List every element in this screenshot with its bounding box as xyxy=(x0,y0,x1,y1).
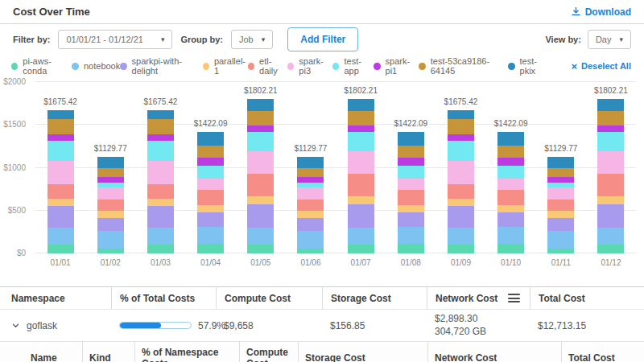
bar-segment-test-app[interactable] xyxy=(597,132,624,150)
bar-segment-spark-pi1[interactable] xyxy=(448,134,474,141)
bar-segment-test-app[interactable] xyxy=(448,141,474,161)
bar-segment-spark-pi1[interactable] xyxy=(398,158,424,166)
bar-segment-sparkpi-with-delight[interactable] xyxy=(97,218,124,232)
bar-segment-parallel-1[interactable] xyxy=(597,196,624,204)
bar-segment-test-pkix[interactable] xyxy=(297,157,324,168)
bar-segment-test-53ca9186-64145[interactable] xyxy=(547,168,574,177)
legend-item-test-53ca9186-64145[interactable]: test-53ca9186-64145 xyxy=(419,56,508,76)
col-compute-cost[interactable]: Compute Cost xyxy=(216,287,322,309)
bar-segment-sparkpi-with-delight[interactable] xyxy=(497,212,524,227)
bar-segment-test-53ca9186-64145[interactable] xyxy=(448,119,474,134)
bar-segment-parallel-1[interactable] xyxy=(448,199,474,206)
bar-segment-spark-pi1[interactable] xyxy=(247,125,274,132)
bar-segment-test-pkix[interactable] xyxy=(348,99,374,112)
bar-segment-test-53ca9186-64145[interactable] xyxy=(47,119,74,134)
bar-segment-test-app[interactable] xyxy=(197,166,224,179)
bar-segment-parallel-1[interactable] xyxy=(147,199,174,206)
bar-segment-parallel-1[interactable] xyxy=(497,205,524,212)
bar-segment-pi-aws-conda[interactable] xyxy=(448,245,474,253)
bar-segment-test-pkix[interactable] xyxy=(398,132,424,146)
subcol-storage-cost[interactable]: Storage Cost xyxy=(298,342,427,362)
bar-segment-test-app[interactable] xyxy=(497,166,524,179)
bar-segment-test-pkix[interactable] xyxy=(197,132,224,146)
bar-segment-sparkpi-with-delight[interactable] xyxy=(348,204,374,228)
group-by-dropdown[interactable]: Job ▾ xyxy=(231,30,273,49)
bar-segment-notebook[interactable] xyxy=(448,228,474,245)
bar-segment-notebook[interactable] xyxy=(197,227,224,244)
bar-segment-sparkpi-with-delight[interactable] xyxy=(398,212,424,227)
add-filter-button[interactable]: Add Filter xyxy=(287,27,358,51)
subcol-network-cost[interactable]: Network Cost xyxy=(427,342,561,362)
bar-segment-test-pkix[interactable] xyxy=(597,99,624,112)
subcol-total-cost[interactable]: Total Cost xyxy=(561,342,644,362)
bar-segment-sparkpi-with-delight[interactable] xyxy=(197,212,224,227)
bar-segment-parallel-1[interactable] xyxy=(47,199,74,206)
bar-segment-etl-daily[interactable] xyxy=(547,200,574,210)
bar-segment-spark-pi1[interactable] xyxy=(597,125,624,132)
bar-segment-parallel-1[interactable] xyxy=(398,205,424,212)
bar-segment-pi-aws-conda[interactable] xyxy=(247,245,274,253)
bar-segment-notebook[interactable] xyxy=(47,228,74,245)
bar-segment-test-53ca9186-64145[interactable] xyxy=(197,146,224,158)
bar-segment-etl-daily[interactable] xyxy=(597,174,624,196)
legend-item-test-pkix[interactable]: test-pkix xyxy=(508,56,550,76)
bar-segment-spark-pi3[interactable] xyxy=(247,151,274,175)
bar-segment-spark-pi1[interactable] xyxy=(497,158,524,166)
bar-segment-etl-daily[interactable] xyxy=(147,184,174,200)
bar-segment-sparkpi-with-delight[interactable] xyxy=(597,204,624,228)
bar-segment-test-pkix[interactable] xyxy=(448,110,474,119)
bar-segment-pi-aws-conda[interactable] xyxy=(348,245,374,253)
bar-segment-test-pkix[interactable] xyxy=(497,132,524,146)
bar-segment-spark-pi3[interactable] xyxy=(197,179,224,190)
bar-segment-test-app[interactable] xyxy=(147,141,174,161)
bar-segment-test-pkix[interactable] xyxy=(247,99,274,112)
bar-segment-parallel-1[interactable] xyxy=(197,205,224,212)
bar-segment-spark-pi3[interactable] xyxy=(97,187,124,200)
legend-item-sparkpi-with-delight[interactable]: sparkpi-with-delight xyxy=(120,56,202,76)
bar-segment-spark-pi3[interactable] xyxy=(147,161,174,184)
bar-segment-test-53ca9186-64145[interactable] xyxy=(297,168,324,177)
col-storage-cost[interactable]: Storage Cost xyxy=(322,287,427,309)
bar-segment-sparkpi-with-delight[interactable] xyxy=(448,206,474,228)
legend-item-spark-pi1[interactable]: spark-pi1 xyxy=(374,56,419,76)
bar-segment-notebook[interactable] xyxy=(597,228,624,245)
bar-segment-etl-daily[interactable] xyxy=(197,190,224,204)
subcol-compute-cost[interactable]: Compute Cost xyxy=(239,342,298,362)
legend-item-spark-pi3[interactable]: spark-pi3 xyxy=(287,56,332,76)
bar-segment-spark-pi3[interactable] xyxy=(547,187,574,200)
bar-segment-test-app[interactable] xyxy=(348,132,374,150)
bar-segment-spark-pi3[interactable] xyxy=(597,151,624,175)
bar-segment-pi-aws-conda[interactable] xyxy=(147,245,174,253)
legend-item-pi-aws-conda[interactable]: pi-aws-conda xyxy=(11,56,72,76)
bar-segment-notebook[interactable] xyxy=(247,228,274,245)
bar-segment-pi-aws-conda[interactable] xyxy=(497,244,524,253)
legend-item-etl-daily[interactable]: etl-daily xyxy=(248,56,287,76)
bar-segment-spark-pi1[interactable] xyxy=(147,134,174,141)
bar-segment-parallel-1[interactable] xyxy=(247,196,274,204)
view-by-dropdown[interactable]: Day ▾ xyxy=(588,30,631,49)
subcol-pct-namespace-costs[interactable]: % of Namespace Costs xyxy=(134,342,239,362)
bar-segment-notebook[interactable] xyxy=(147,228,174,245)
bar-segment-spark-pi3[interactable] xyxy=(297,187,324,200)
bar-segment-spark-pi3[interactable] xyxy=(348,151,374,175)
bar-segment-pi-aws-conda[interactable] xyxy=(197,244,224,253)
bar-segment-test-53ca9186-64145[interactable] xyxy=(348,111,374,125)
bar-segment-spark-pi1[interactable] xyxy=(348,125,374,132)
download-button[interactable]: Download xyxy=(571,6,631,18)
column-menu-icon[interactable] xyxy=(506,292,522,304)
bar-segment-parallel-1[interactable] xyxy=(348,196,374,204)
bar-segment-etl-daily[interactable] xyxy=(297,200,324,210)
bar-segment-test-pkix[interactable] xyxy=(147,110,174,119)
bar-segment-spark-pi3[interactable] xyxy=(497,179,524,190)
bar-segment-test-53ca9186-64145[interactable] xyxy=(147,119,174,134)
bar-segment-test-pkix[interactable] xyxy=(97,157,124,168)
bar-segment-test-53ca9186-64145[interactable] xyxy=(97,168,124,177)
bar-segment-test-app[interactable] xyxy=(247,132,274,150)
bar-segment-etl-daily[interactable] xyxy=(497,190,524,204)
bar-segment-notebook[interactable] xyxy=(97,231,124,248)
col-pct-total-costs[interactable]: % of Total Costs xyxy=(111,287,216,309)
bar-segment-sparkpi-with-delight[interactable] xyxy=(547,218,574,232)
bar-segment-etl-daily[interactable] xyxy=(348,174,374,196)
bar-segment-test-53ca9186-64145[interactable] xyxy=(247,111,274,125)
bar-segment-etl-daily[interactable] xyxy=(448,184,474,200)
